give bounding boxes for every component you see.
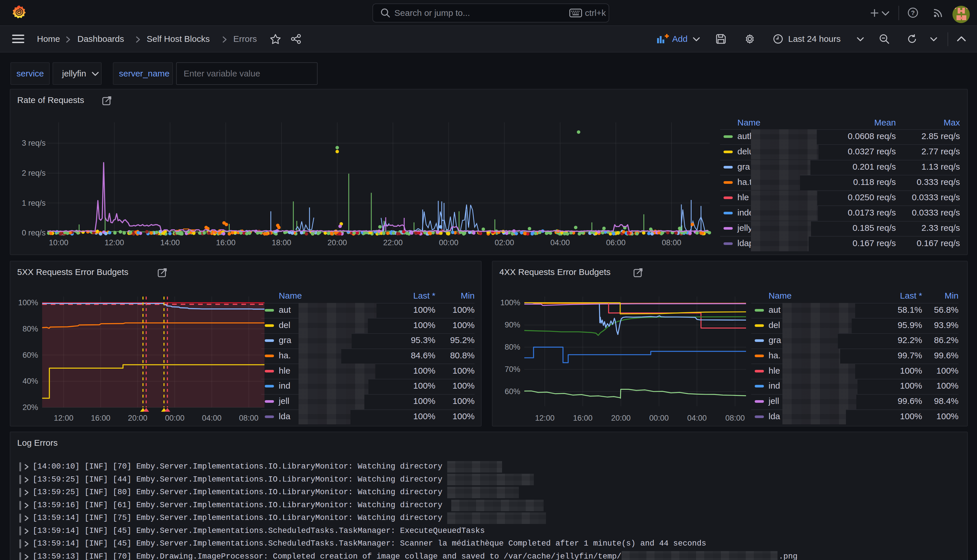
- svg-text:12:00: 12:00: [54, 414, 73, 422]
- svg-text:06:00: 06:00: [606, 238, 626, 247]
- svg-text:100%: 100%: [18, 298, 38, 307]
- svg-text:20:00: 20:00: [327, 238, 347, 247]
- svg-text:02:00: 02:00: [494, 238, 514, 247]
- svg-text:0 req/s: 0 req/s: [22, 228, 46, 237]
- svg-text:1 req/s: 1 req/s: [22, 199, 46, 207]
- svg-text:16:00: 16:00: [91, 414, 110, 422]
- svg-text:04:00: 04:00: [687, 414, 707, 422]
- svg-text:20:00: 20:00: [128, 414, 147, 422]
- svg-text:16:00: 16:00: [573, 414, 593, 422]
- svg-text:22:00: 22:00: [383, 238, 403, 247]
- svg-text:100%: 100%: [500, 298, 520, 307]
- svg-text:16:00: 16:00: [216, 238, 235, 247]
- svg-text:14:00: 14:00: [160, 238, 180, 247]
- svg-text:12:00: 12:00: [105, 238, 124, 247]
- svg-text:08:00: 08:00: [662, 238, 681, 247]
- svg-text:60%: 60%: [505, 387, 520, 396]
- svg-text:18:00: 18:00: [272, 238, 291, 247]
- svg-text:80%: 80%: [23, 325, 38, 333]
- svg-text:80%: 80%: [505, 343, 520, 352]
- svg-text:08:00: 08:00: [239, 414, 259, 422]
- svg-text:12:00: 12:00: [535, 414, 554, 422]
- svg-text:2 req/s: 2 req/s: [22, 169, 46, 177]
- svg-text:?: ?: [911, 9, 915, 17]
- svg-text:60%: 60%: [23, 351, 38, 360]
- svg-text:10:00: 10:00: [49, 238, 68, 247]
- svg-text:20:00: 20:00: [611, 414, 631, 422]
- svg-text:00:00: 00:00: [439, 238, 458, 247]
- svg-text:90%: 90%: [505, 320, 520, 329]
- svg-text:70%: 70%: [505, 365, 520, 373]
- svg-text:20%: 20%: [23, 403, 38, 412]
- svg-text:3 req/s: 3 req/s: [22, 139, 46, 147]
- svg-text:40%: 40%: [23, 377, 38, 385]
- svg-text:08:00: 08:00: [725, 414, 745, 422]
- svg-text:00:00: 00:00: [649, 414, 669, 422]
- svg-text:04:00: 04:00: [202, 414, 222, 422]
- svg-text:00:00: 00:00: [165, 414, 184, 422]
- svg-text:04:00: 04:00: [550, 238, 570, 247]
